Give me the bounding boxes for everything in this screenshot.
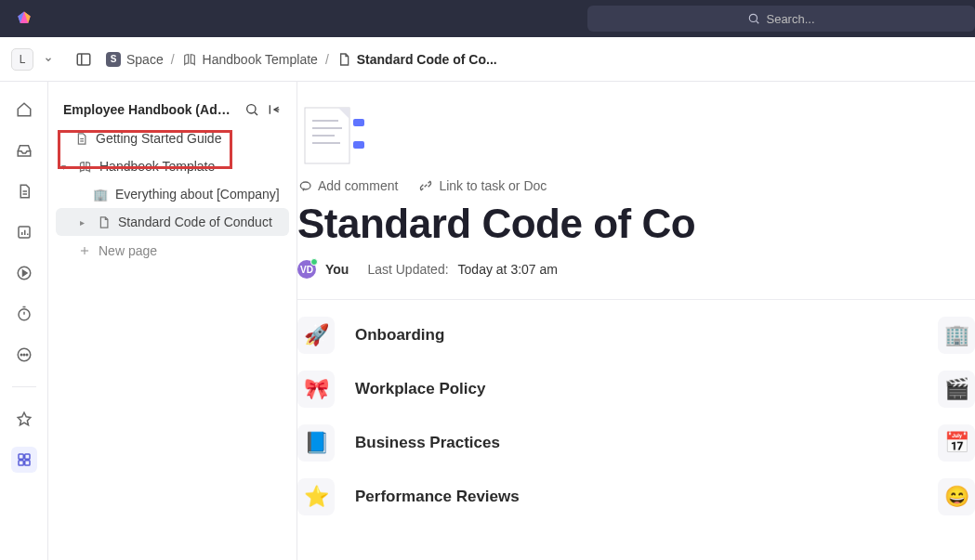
- rail-favorites[interactable]: [11, 406, 37, 432]
- sidebar-item-about-company[interactable]: 🏢 Everything about [Company]: [56, 180, 289, 208]
- collapse-icon[interactable]: [267, 102, 282, 117]
- section-label: Onboarding: [355, 326, 444, 345]
- left-rail: [0, 82, 48, 560]
- section-right-icon[interactable]: 🏢: [938, 317, 975, 354]
- inbox-icon: [16, 142, 33, 159]
- app-logo[interactable]: [0, 9, 48, 28]
- crumb-label: Space: [126, 52, 164, 67]
- link-icon: [418, 178, 433, 193]
- section-workplace-policy[interactable]: 🎀 Workplace Policy: [297, 371, 485, 408]
- grid-icon: [16, 451, 33, 468]
- crumb-current[interactable]: Standard Code of Co...: [336, 52, 497, 67]
- doc-icon: [16, 183, 33, 200]
- space-icon: S: [106, 52, 121, 67]
- svg-rect-38: [353, 141, 364, 149]
- search-icon: [747, 12, 760, 25]
- section-links: 🚀 Onboarding 🏢 🎀 Workplace Policy 🎬 📘: [297, 317, 975, 515]
- rail-docs[interactable]: [11, 178, 37, 204]
- search-icon[interactable]: [244, 102, 259, 117]
- svg-rect-22: [19, 461, 23, 465]
- svg-rect-2: [77, 54, 90, 65]
- star-icon: ⭐: [297, 478, 335, 515]
- section-right-icon[interactable]: 🎬: [938, 371, 975, 408]
- document-actions: Add comment Link to task or Doc: [297, 178, 975, 193]
- section-business-practices[interactable]: 📘 Business Practices: [297, 424, 500, 462]
- play-icon: [16, 265, 33, 281]
- svg-point-0: [750, 14, 758, 21]
- svg-rect-23: [24, 461, 29, 465]
- sidebar-item-getting-started[interactable]: Getting Started Guide: [56, 124, 289, 152]
- section-label: Performance Reviews: [355, 488, 520, 506]
- caret-down-icon[interactable]: ▾: [61, 162, 71, 172]
- svg-marker-19: [18, 412, 31, 425]
- rail-inbox[interactable]: [11, 137, 37, 163]
- section-right-icon[interactable]: 📅: [938, 424, 975, 462]
- workspace-dropdown[interactable]: [37, 48, 59, 71]
- rail-timesheets[interactable]: [11, 301, 37, 327]
- crumb-space[interactable]: S Space: [106, 52, 164, 67]
- svg-line-25: [255, 112, 257, 115]
- divider: [297, 299, 975, 300]
- workspace-badge[interactable]: L: [11, 48, 33, 71]
- book-icon: [182, 52, 197, 67]
- sidebar-item-label: Handbook Template: [99, 159, 215, 174]
- office-icon: 🏢: [93, 187, 108, 202]
- timer-icon: [16, 306, 33, 322]
- crumb-sep: /: [171, 52, 175, 67]
- avatar[interactable]: VD: [297, 260, 316, 279]
- document-main: Add comment Link to task or Doc Standard…: [297, 82, 975, 560]
- sidebar-item-code-of-conduct[interactable]: ▸ Standard Code of Conduct: [56, 208, 289, 236]
- author-label: You: [325, 262, 349, 277]
- section-onboarding[interactable]: 🚀 Onboarding: [297, 317, 444, 354]
- section-label: Business Practices: [355, 434, 500, 452]
- svg-point-24: [247, 105, 256, 113]
- sidebar-title: Employee Handbook (Advanc...: [63, 102, 237, 117]
- rail-spaces[interactable]: [11, 447, 37, 473]
- more-icon: [16, 346, 33, 363]
- plus-icon: [78, 244, 91, 257]
- svg-point-18: [26, 354, 28, 356]
- caret-right-icon[interactable]: ▸: [80, 217, 89, 228]
- document-hero-icon[interactable]: [297, 100, 372, 167]
- home-icon: [16, 101, 33, 118]
- svg-rect-37: [353, 119, 364, 126]
- ribbon-icon: 🎀: [297, 371, 335, 408]
- section-label: Workplace Policy: [355, 380, 485, 398]
- sidebar-header[interactable]: Employee Handbook (Advanc...: [56, 95, 289, 124]
- toggle-panel-button[interactable]: [71, 46, 97, 72]
- svg-marker-11: [22, 270, 27, 276]
- section-performance-reviews[interactable]: ⭐ Performance Reviews: [297, 478, 520, 515]
- updated-label: Last Updated:: [367, 262, 448, 277]
- add-comment-button[interactable]: Add comment: [297, 178, 398, 193]
- rail-clips[interactable]: [11, 260, 37, 286]
- sidebar: Employee Handbook (Advanc... Getting Sta…: [48, 82, 297, 560]
- sidebar-item-label: Standard Code of Conduct: [118, 215, 272, 229]
- updated-value: Today at 3:07 am: [458, 262, 558, 277]
- rail-home[interactable]: [11, 97, 37, 123]
- svg-rect-20: [19, 454, 23, 459]
- rail-more[interactable]: [11, 342, 37, 368]
- rail-separator: [12, 386, 36, 387]
- svg-point-17: [23, 354, 25, 356]
- book-icon: 📘: [297, 424, 335, 462]
- doc-icon: [74, 132, 88, 146]
- panel-icon: [75, 51, 92, 68]
- book-icon: [78, 160, 92, 174]
- page-title[interactable]: Standard Code of Co: [297, 201, 975, 247]
- sidebar-item-handbook-template[interactable]: ▾ Handbook Template: [56, 152, 289, 180]
- crumb-label: Standard Code of Co...: [357, 52, 497, 67]
- rail-dashboards[interactable]: [11, 219, 37, 245]
- comment-icon: [297, 178, 312, 193]
- search-placeholder: Search...: [766, 12, 814, 26]
- section-right-icon[interactable]: 😄: [938, 478, 975, 515]
- svg-point-16: [20, 354, 22, 356]
- global-search[interactable]: Search...: [587, 6, 975, 32]
- doc-icon: [336, 52, 351, 67]
- chart-icon: [16, 224, 33, 241]
- new-page-button[interactable]: New page: [56, 236, 289, 266]
- svg-line-1: [757, 21, 759, 24]
- link-task-button[interactable]: Link to task or Doc: [418, 178, 547, 193]
- crumb-label: Handbook Template: [203, 52, 318, 67]
- doc-icon: [97, 215, 111, 229]
- crumb-handbook[interactable]: Handbook Template: [182, 52, 318, 67]
